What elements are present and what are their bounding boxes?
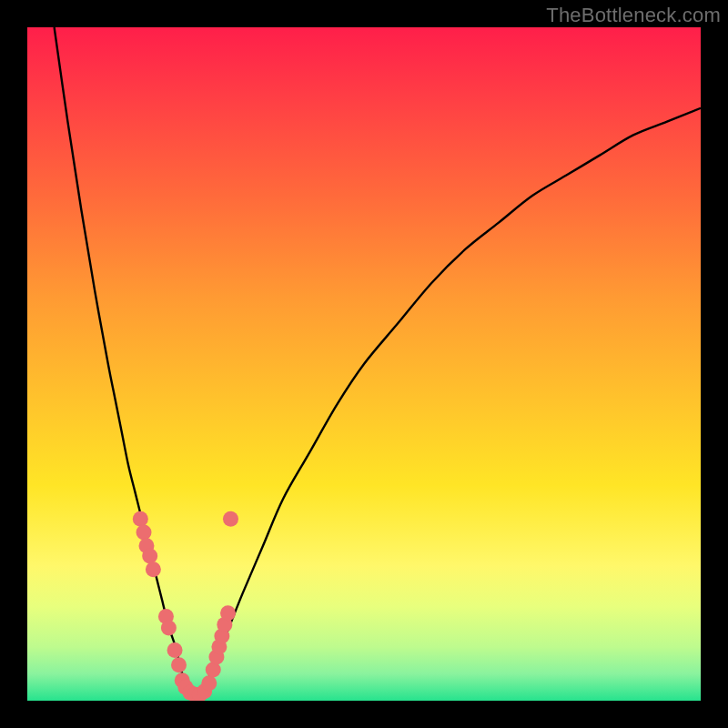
plot-area xyxy=(27,27,701,701)
scatter-point xyxy=(136,525,152,541)
scatter-point xyxy=(133,511,148,527)
scatter-point xyxy=(146,561,161,577)
scatter-point xyxy=(171,657,187,672)
chart-frame: TheBottleneck.com xyxy=(0,0,728,728)
scatter-point xyxy=(223,511,238,527)
left-branch-curve xyxy=(55,27,189,694)
scatter-point xyxy=(201,675,217,691)
scatter-point xyxy=(142,548,157,563)
watermark-text: TheBottleneck.com xyxy=(546,4,721,27)
scatter-group xyxy=(133,511,238,701)
scatter-point xyxy=(161,621,177,636)
right-branch-curve xyxy=(202,108,701,694)
chart-svg xyxy=(27,27,701,701)
scatter-point xyxy=(167,642,183,658)
scatter-point xyxy=(220,605,236,621)
